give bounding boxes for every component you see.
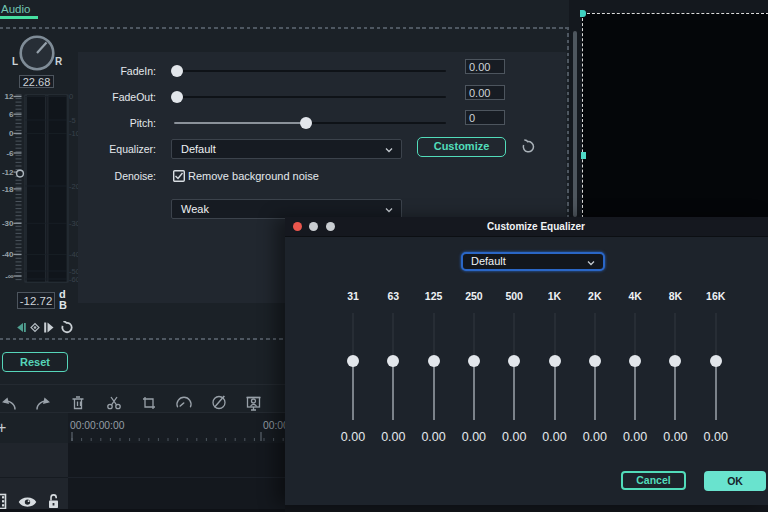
svg-text:-40: -40 [2, 250, 14, 259]
svg-text:12: 12 [5, 92, 14, 101]
svg-text:-30: -30 [2, 219, 14, 228]
svg-text:-12: -12 [2, 168, 14, 177]
svg-text:-18: -18 [2, 185, 14, 194]
svg-text:0: 0 [9, 129, 14, 138]
svg-text:-∞: -∞ [5, 272, 14, 281]
svg-text:0: 0 [69, 92, 73, 101]
svg-text:-6: -6 [6, 149, 14, 158]
svg-text:6: 6 [9, 110, 14, 119]
svg-text:-5: -5 [69, 116, 76, 125]
